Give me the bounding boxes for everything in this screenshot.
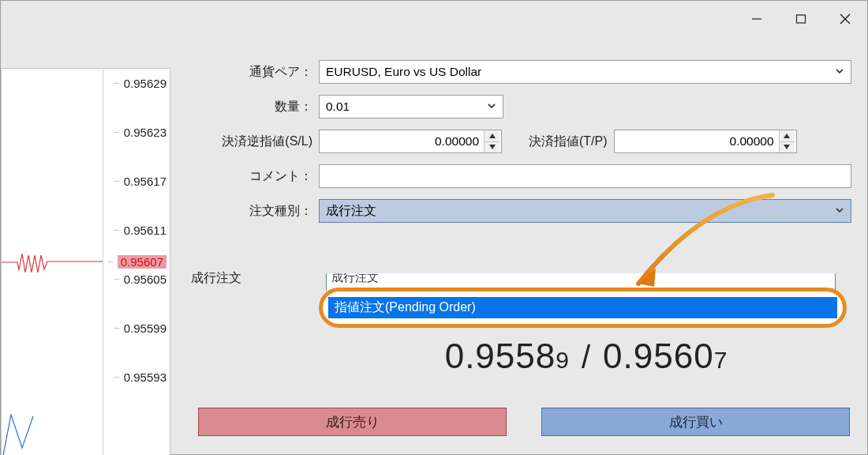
- sl-input[interactable]: [319, 130, 502, 153]
- scale-label-highlight: 0.95607: [118, 255, 166, 269]
- svg-rect-1: [797, 15, 806, 23]
- svg-marker-7: [784, 145, 790, 149]
- tp-input[interactable]: [614, 130, 797, 153]
- titlebar: [1, 1, 867, 36]
- close-button[interactable]: [823, 1, 867, 36]
- order-form: 通貨ペア： EURUSD, Euro vs US Dollar 数量： 0.01…: [186, 60, 851, 234]
- minimize-button[interactable]: [735, 1, 779, 36]
- comment-label: コメント：: [186, 168, 319, 185]
- tp-step-down[interactable]: [780, 142, 795, 153]
- ordertype-label: 注文種別：: [186, 203, 319, 220]
- quote-display: 0.95589 / 0.95607: [328, 337, 844, 376]
- bid-main: 0.9558: [445, 337, 556, 376]
- trade-buttons: 成行売り 成行買い: [198, 408, 850, 436]
- order-window: 0.95629 0.95623 0.95617 0.95611 0.95607 …: [0, 0, 868, 455]
- content: 0.95629 0.95623 0.95617 0.95611 0.95607 …: [1, 60, 867, 454]
- scale-label: 0.95617: [124, 175, 166, 188]
- scale-label: 0.95605: [124, 273, 166, 286]
- scale-label: 0.95593: [124, 370, 166, 384]
- svg-marker-5: [489, 145, 496, 149]
- sl-label: 決済逆指値(S/L): [186, 133, 319, 150]
- dropdown-option-pending[interactable]: 指値注文(Pending Order): [328, 297, 837, 318]
- volume-value: 0.01: [326, 100, 350, 114]
- volume-select[interactable]: 0.01: [319, 95, 503, 118]
- ask-main: 0.9560: [603, 337, 714, 376]
- scale-label: 0.95629: [124, 77, 166, 90]
- ordertype-value: 成行注文: [326, 203, 376, 220]
- bid-frac: 9: [556, 347, 569, 374]
- buy-button[interactable]: 成行買い: [541, 408, 850, 436]
- symbol-select[interactable]: EURUSD, Euro vs US Dollar: [319, 60, 851, 84]
- sl-step-down[interactable]: [485, 142, 499, 153]
- quote-separator: /: [582, 340, 590, 375]
- scale-label: 0.95611: [124, 224, 166, 237]
- chevron-down-icon: [835, 204, 844, 218]
- symbol-label: 通貨ペア：: [186, 64, 319, 81]
- volume-label: 数量：: [186, 99, 319, 115]
- comment-input[interactable]: [319, 164, 851, 188]
- tp-field[interactable]: [615, 130, 779, 152]
- ordertype-select[interactable]: 成行注文: [319, 199, 851, 223]
- sl-step-up[interactable]: [485, 130, 499, 142]
- price-chart: 0.95629 0.95623 0.95617 0.95611 0.95607 …: [1, 68, 170, 455]
- dropdown-highlight: 指値注文(Pending Order): [319, 288, 847, 328]
- sell-button[interactable]: 成行売り: [198, 408, 507, 436]
- tp-step-up[interactable]: [780, 130, 795, 142]
- chevron-down-icon: [835, 65, 844, 79]
- scale-label: 0.95623: [124, 126, 166, 139]
- svg-marker-6: [784, 133, 790, 138]
- symbol-value: EURUSD, Euro vs US Dollar: [326, 65, 481, 79]
- svg-marker-4: [489, 133, 496, 138]
- section-legend: 成行注文: [188, 271, 245, 284]
- tp-label: 決済指値(T/P): [502, 133, 614, 150]
- sl-field[interactable]: [320, 130, 484, 152]
- maximize-button[interactable]: [779, 1, 823, 36]
- ask-frac: 7: [714, 347, 728, 374]
- chevron-down-icon: [487, 100, 496, 114]
- scale-label: 0.95599: [124, 322, 166, 335]
